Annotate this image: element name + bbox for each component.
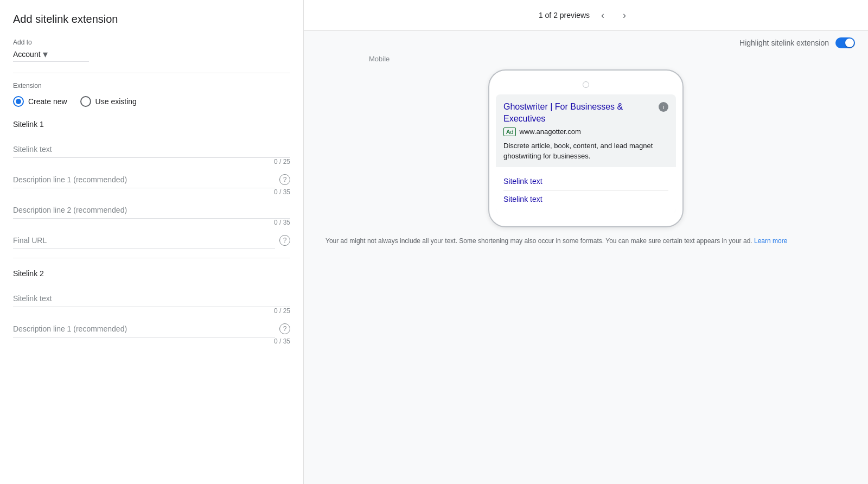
- prev-arrow-button[interactable]: ‹: [594, 7, 611, 24]
- ad-sitelink-1[interactable]: Sitelink text: [503, 173, 668, 190]
- sitelink-divider: [13, 258, 290, 258]
- toggle-knob: [845, 39, 854, 47]
- sitelink-2-desc1-input[interactable]: [13, 319, 275, 337]
- sitelink-1-desc2-counter: 0 / 35: [274, 219, 290, 226]
- disclaimer-text: Your ad might not always include all you…: [326, 227, 846, 246]
- sitelink-2-title: Sitelink 2: [13, 269, 290, 278]
- sitelink-1-title: Sitelink 1: [13, 120, 290, 129]
- preview-header: 1 of 2 previews ‹ ›: [304, 0, 868, 31]
- ad-url-row: Ad www.anagotter.com: [503, 128, 668, 136]
- preview-nav: 1 of 2 previews ‹ ›: [539, 7, 633, 24]
- account-dropdown[interactable]: Account ▾: [13, 49, 89, 62]
- sitelink2-desc1-help-icon[interactable]: ?: [279, 323, 290, 334]
- sitelink-1-text-counter: 0 / 25: [274, 158, 290, 165]
- ad-info-icon[interactable]: i: [659, 102, 668, 112]
- sitelink-1-desc1-counter: 0 / 35: [274, 188, 290, 196]
- sitelink-1-desc2-input[interactable]: [13, 200, 290, 219]
- ad-sitelink-2[interactable]: Sitelink text: [503, 190, 668, 208]
- ad-title-row: Ghostwriter | For Businesses & Executive…: [503, 101, 668, 125]
- divider: [13, 73, 290, 73]
- left-panel: Add sitelink extension Add to Account ▾ …: [0, 0, 304, 484]
- radio-use-existing[interactable]: Use existing: [80, 96, 137, 107]
- sitelink-1-desc2-field: [13, 200, 290, 219]
- sitelink-1-url-row: ?: [13, 231, 290, 249]
- sitelink-1-text-field: [13, 139, 290, 158]
- sitelink-1-desc1-row: ?: [13, 170, 290, 188]
- learn-more-link[interactable]: Learn more: [754, 237, 787, 245]
- radio-create-label: Create new: [28, 97, 67, 106]
- next-arrow-button[interactable]: ›: [616, 7, 633, 24]
- extension-label: Extension: [13, 82, 290, 90]
- account-label: Account: [13, 50, 41, 59]
- highlight-label: Highlight sitelink extension: [739, 39, 829, 47]
- sitelink-1-desc1-input[interactable]: [13, 170, 275, 188]
- extension-radio-group: Create new Use existing: [13, 96, 290, 107]
- right-panel: 1 of 2 previews ‹ › Highlight sitelink e…: [304, 0, 868, 484]
- sitelink-1-block: Sitelink 1 0 / 25 ? 0 / 35 0 / 35 ?: [13, 120, 290, 249]
- add-to-label: Add to: [13, 39, 290, 46]
- page-title: Add sitelink extension: [13, 13, 290, 26]
- sitelink-1-url-input[interactable]: [13, 231, 275, 249]
- sitelink-2-desc1-row: ?: [13, 319, 290, 337]
- mobile-label: Mobile: [369, 55, 846, 63]
- phone-frame: Ghostwriter | For Businesses & Executive…: [488, 69, 684, 227]
- ad-title-text: Ghostwriter | For Businesses & Executive…: [503, 101, 654, 125]
- sitelink-2-text-field: [13, 289, 290, 307]
- phone-camera-icon: [583, 81, 589, 88]
- sitelink-2-block: Sitelink 2 0 / 25 ? 0 / 35: [13, 269, 290, 345]
- sitelink-links-box: Sitelink text Sitelink text: [496, 167, 676, 213]
- radio-create-new[interactable]: Create new: [13, 96, 67, 107]
- dropdown-arrow-icon: ▾: [43, 49, 48, 59]
- sitelink-2-text-counter: 0 / 25: [274, 307, 290, 315]
- highlight-toggle[interactable]: [835, 37, 855, 48]
- desc1-help-icon[interactable]: ?: [279, 174, 290, 185]
- url-help-icon[interactable]: ?: [279, 235, 290, 246]
- radio-create-icon: [13, 96, 24, 107]
- preview-counter: 1 of 2 previews: [539, 11, 590, 20]
- ad-url: www.anagotter.com: [519, 128, 580, 136]
- ad-card: Ghostwriter | For Businesses & Executive…: [496, 94, 676, 213]
- sitelink-2-text-input[interactable]: [13, 289, 290, 307]
- ad-description: Discrete article, book, content, and lea…: [503, 141, 668, 162]
- ad-badge: Ad: [503, 128, 516, 136]
- radio-existing-icon: [80, 96, 91, 107]
- highlight-toggle-row: Highlight sitelink extension: [304, 31, 868, 55]
- radio-existing-label: Use existing: [95, 97, 137, 106]
- sitelink-2-desc1-counter: 0 / 35: [274, 337, 290, 345]
- preview-content: Mobile Ghostwriter | For Businesses & Ex…: [304, 55, 868, 484]
- sitelink-1-text-input[interactable]: [13, 139, 290, 158]
